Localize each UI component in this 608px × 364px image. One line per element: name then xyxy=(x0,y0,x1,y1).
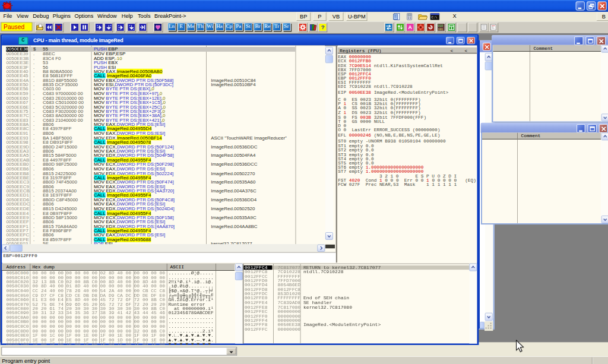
svg-text:?: ? xyxy=(321,24,324,30)
svg-text:101: 101 xyxy=(438,28,444,31)
svg-text:C:\: C:\ xyxy=(431,15,438,20)
svg-text:A: A xyxy=(408,24,413,30)
